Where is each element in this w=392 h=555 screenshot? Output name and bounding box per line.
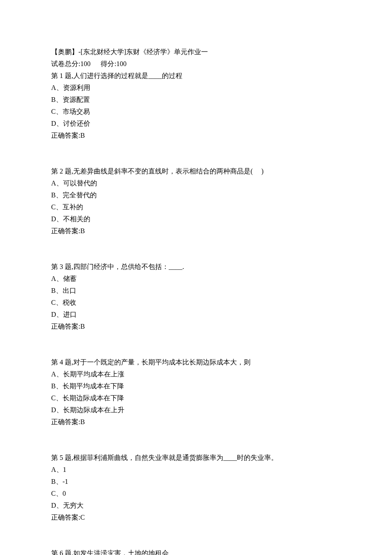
question-prompt: 第 2 题,无差异曲线是斜率不变的直线时，表示相结合的两种商品是( ) bbox=[51, 165, 341, 177]
option-b: B、资源配置 bbox=[51, 94, 341, 106]
question-5: 第 5 题,根据菲利浦斯曲线，自然失业率就是通货膨胀率为____时的失业率。 A… bbox=[51, 452, 341, 523]
question-6: 第 6 题,如发生洪涝灾害，土地的地租会 A、升高 bbox=[51, 547, 341, 555]
question-separator bbox=[51, 237, 341, 261]
option-d: D、进口 bbox=[51, 309, 341, 321]
option-d: D、无穷大 bbox=[51, 500, 341, 512]
option-d: D、长期边际成本在上升 bbox=[51, 404, 341, 416]
question-prompt: 第 6 题,如发生洪涝灾害，土地的地租会 bbox=[51, 547, 341, 555]
question-prompt: 第 1 题,人们进行选择的过程就是____的过程 bbox=[51, 70, 341, 82]
score-line: 试卷总分:100 得分:100 bbox=[51, 58, 341, 70]
option-a: A、资源利用 bbox=[51, 82, 341, 94]
option-c: C、税收 bbox=[51, 297, 341, 309]
question-prompt: 第 5 题,根据菲利浦斯曲线，自然失业率就是通货膨胀率为____时的失业率。 bbox=[51, 452, 341, 464]
option-a: A、可以替代的 bbox=[51, 177, 341, 189]
option-b: B、长期平均成本在下降 bbox=[51, 380, 341, 392]
question-separator bbox=[51, 523, 341, 547]
option-c: C、0 bbox=[51, 488, 341, 500]
option-d: D、不相关的 bbox=[51, 213, 341, 225]
question-separator bbox=[51, 428, 341, 452]
option-b: B、出口 bbox=[51, 285, 341, 297]
option-c: C、互补的 bbox=[51, 201, 341, 213]
correct-answer: 正确答案:B bbox=[51, 416, 341, 428]
option-b: B、-1 bbox=[51, 476, 341, 488]
correct-answer: 正确答案:B bbox=[51, 321, 341, 332]
option-d: D、讨价还价 bbox=[51, 118, 341, 130]
option-a: A、1 bbox=[51, 464, 341, 476]
correct-answer: 正确答案:B bbox=[51, 130, 341, 142]
correct-answer: 正确答案:C bbox=[51, 512, 341, 523]
option-c: C、市场交易 bbox=[51, 106, 341, 118]
question-3: 第 3 题,四部门经济中，总供给不包括：____. A、储蓄 B、出口 C、税收… bbox=[51, 261, 341, 332]
question-1: 第 1 题,人们进行选择的过程就是____的过程 A、资源利用 B、资源配置 C… bbox=[51, 70, 341, 142]
question-4: 第 4 题,对于一个既定的产量，长期平均成本比长期边际成本大，则 A、长期平均成… bbox=[51, 356, 341, 428]
document-page: 【奥鹏】-[东北财经大学]东财《经济学》单元作业一 试卷总分:100 得分:10… bbox=[0, 0, 392, 555]
question-prompt: 第 3 题,四部门经济中，总供给不包括：____. bbox=[51, 261, 341, 273]
option-a: A、储蓄 bbox=[51, 273, 341, 285]
question-2: 第 2 题,无差异曲线是斜率不变的直线时，表示相结合的两种商品是( ) A、可以… bbox=[51, 165, 341, 237]
question-prompt: 第 4 题,对于一个既定的产量，长期平均成本比长期边际成本大，则 bbox=[51, 356, 341, 368]
question-separator bbox=[51, 332, 341, 356]
question-separator bbox=[51, 142, 341, 165]
option-c: C、长期边际成本在下降 bbox=[51, 392, 341, 404]
option-b: B、完全替代的 bbox=[51, 189, 341, 201]
correct-answer: 正确答案:B bbox=[51, 225, 341, 237]
exam-title: 【奥鹏】-[东北财经大学]东财《经济学》单元作业一 bbox=[51, 46, 341, 58]
option-a: A、长期平均成本在上涨 bbox=[51, 368, 341, 380]
